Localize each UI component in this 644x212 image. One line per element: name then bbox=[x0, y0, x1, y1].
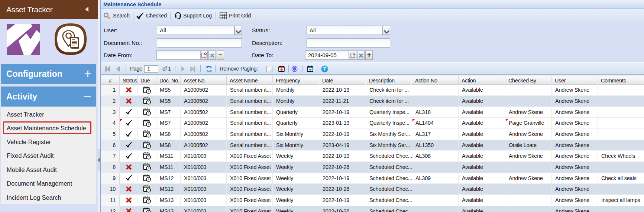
svg-text:7: 7 bbox=[323, 66, 326, 72]
